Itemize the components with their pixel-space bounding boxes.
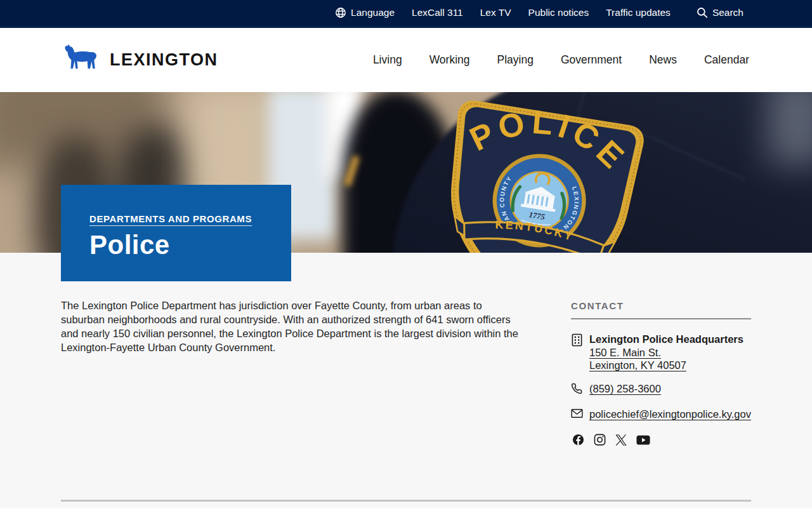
public-notices-link[interactable]: Public notices — [528, 7, 589, 18]
language-link[interactable]: Language — [335, 7, 395, 18]
contact-divider — [571, 318, 751, 319]
contact-heading: CONTACT — [571, 300, 751, 311]
main-nav: Living Working Playing Government News C… — [373, 53, 749, 67]
site-logo[interactable]: LEXINGTON — [60, 44, 218, 76]
email-link[interactable]: policechief@lexingtonpolice.ky.gov — [589, 408, 751, 420]
phone-link[interactable]: (859) 258-3600 — [589, 383, 661, 394]
contact-address-row: Lexington Police Headquarters 150 E. Mai… — [571, 333, 751, 371]
nav-news[interactable]: News — [649, 53, 677, 67]
contact-org-name: Lexington Police Headquarters — [589, 333, 743, 345]
nav-living[interactable]: Living — [373, 53, 402, 67]
address-line2-link[interactable]: Lexington, KY 40507 — [589, 359, 686, 371]
phone-icon — [571, 382, 584, 397]
search-label: Search — [712, 7, 743, 18]
social-links — [571, 434, 751, 448]
contact-email-row: policechief@lexingtonpolice.ky.gov — [571, 408, 751, 421]
language-label: Language — [351, 7, 395, 18]
page: Language LexCall 311 Lex TV Public notic… — [0, 0, 812, 508]
breadcrumb-departments-link[interactable]: DEPARTMENTS AND PROGRAMS — [89, 213, 252, 224]
bottom-divider — [61, 500, 751, 502]
search-button[interactable]: Search — [697, 7, 743, 18]
traffic-updates-link[interactable]: Traffic updates — [606, 7, 671, 18]
envelope-icon — [571, 408, 584, 421]
logo-wordmark: LEXINGTON — [110, 50, 218, 70]
horse-icon — [60, 44, 100, 76]
x-icon[interactable] — [615, 434, 627, 448]
page-title-card: DEPARTMENTS AND PROGRAMS Police — [61, 185, 291, 281]
nav-calendar[interactable]: Calendar — [704, 53, 749, 67]
lexcall-311-link[interactable]: LexCall 311 — [412, 7, 463, 18]
instagram-icon[interactable] — [594, 434, 606, 448]
main-content: The Lexington Police Department has juri… — [0, 253, 812, 508]
hero-blur-corner — [768, 92, 812, 165]
site-header: LEXINGTON Living Working Playing Governm… — [0, 28, 812, 92]
police-shoulder-patch: POLICE LEXINGTON - FAYETTE URBAN COUNTY — [423, 92, 655, 253]
contact-phone-row: (859) 258-3600 — [571, 382, 751, 397]
facebook-icon[interactable] — [572, 434, 584, 448]
youtube-icon[interactable] — [636, 435, 650, 448]
utility-bar: Language LexCall 311 Lex TV Public notic… — [0, 0, 812, 28]
search-icon — [697, 7, 708, 18]
intro-paragraph: The Lexington Police Department has juri… — [61, 298, 523, 448]
nav-government[interactable]: Government — [561, 53, 622, 67]
globe-icon — [335, 7, 346, 18]
nav-working[interactable]: Working — [429, 53, 470, 67]
page-title: Police — [89, 230, 278, 260]
lex-tv-link[interactable]: Lex TV — [480, 7, 511, 18]
contact-panel: CONTACT Lexington Police Headquarters 15… — [571, 298, 751, 448]
address-line1-link[interactable]: 150 E. Main St. — [589, 347, 661, 358]
building-icon — [571, 333, 584, 371]
nav-playing[interactable]: Playing — [497, 53, 534, 67]
